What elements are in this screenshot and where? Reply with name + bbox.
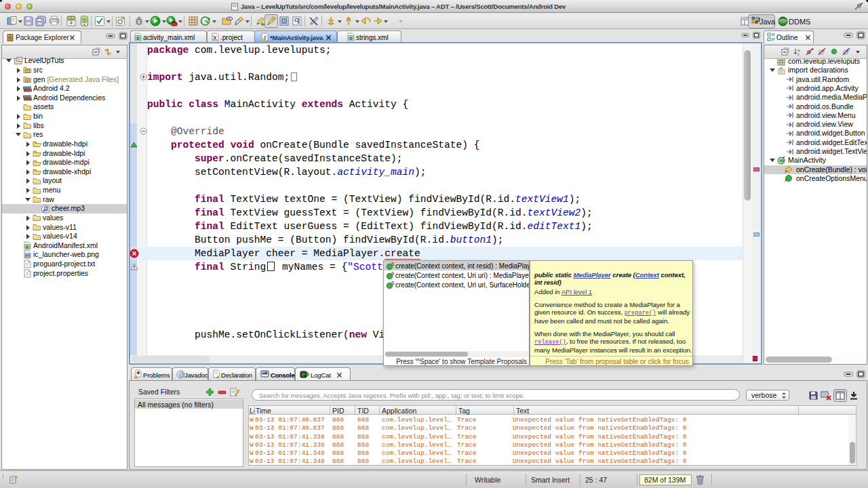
svg-text:z: z	[797, 52, 800, 56]
svg-text:S: S	[391, 281, 395, 285]
svg-text:s: s	[823, 48, 825, 52]
svg-text:S: S	[391, 271, 395, 276]
svg-text:@: @	[178, 371, 184, 378]
svg-text:S: S	[391, 262, 395, 266]
